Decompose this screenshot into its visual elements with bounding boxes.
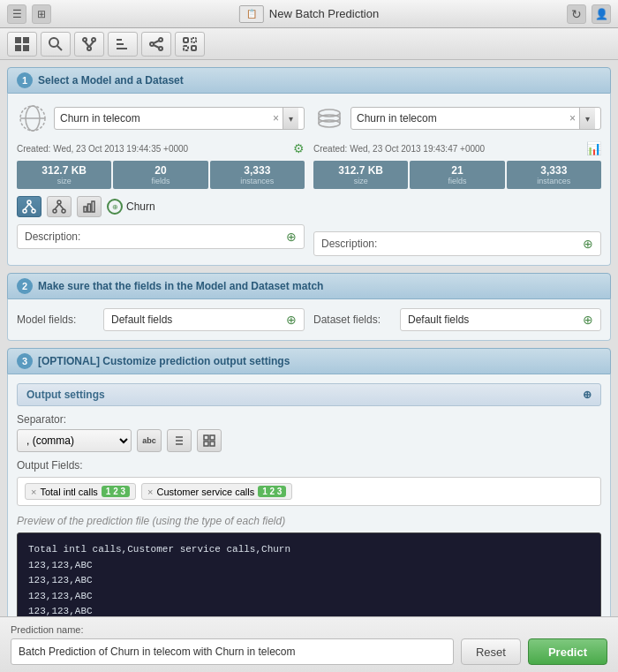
model-fields-value: 20 (115, 164, 206, 177)
model-type-tree-btn[interactable] (17, 196, 41, 217)
dataset-fields-row: Dataset fields: Default fields ⊕ (313, 308, 601, 331)
churn-badge: ⊕ Churn (107, 199, 155, 215)
prediction-name-input[interactable] (11, 638, 454, 665)
model-name: Churn in telecom (60, 112, 140, 125)
model-status-icon: ⚙ (293, 141, 305, 155)
model-size-stat: 312.7 KB size (17, 161, 111, 189)
refresh-icon[interactable]: ↻ (567, 4, 586, 24)
dataset-clear-btn[interactable]: × (569, 112, 576, 125)
field-tag-customer-service: × Customer service calls 1 2 3 (141, 483, 292, 500)
model-instances-value: 3,333 (212, 164, 303, 177)
field-tag-total-intl-remove[interactable]: × (31, 487, 36, 497)
format-abc-btn[interactable]: abc (137, 429, 162, 452)
nav-icon[interactable]: ⊞ (32, 4, 51, 24)
svg-rect-49 (204, 442, 208, 446)
svg-rect-21 (184, 46, 188, 50)
separator-select[interactable]: , (comma) (17, 429, 132, 452)
field-tag-total-intl-badge: 1 2 3 (102, 486, 130, 497)
toolbar-search-btn[interactable] (41, 32, 71, 57)
section1-cols: Churn in telecom × ▾ Created: Wed, 23 Oc… (17, 102, 601, 256)
reset-button[interactable]: Reset (461, 638, 521, 665)
svg-point-43 (319, 115, 340, 122)
output-settings-label: Output settings (26, 389, 105, 401)
title-bar-center: 📋 New Batch Prediction (239, 5, 379, 23)
predict-button[interactable]: Predict (528, 638, 607, 665)
svg-point-32 (53, 209, 57, 213)
model-instances-stat: 3,333 instances (210, 161, 305, 189)
section3-header: 3 [OPTIONAL] Customize prediction output… (7, 348, 611, 374)
field-tag-customer-service-remove[interactable]: × (147, 487, 153, 497)
model-type-chart-btn[interactable] (77, 196, 102, 217)
toolbar (0, 28, 618, 60)
dataset-desc-expand[interactable]: ⊕ (583, 237, 593, 251)
dataset-selector-area: Churn in telecom × ▾ (313, 102, 601, 134)
dataset-col: Churn in telecom × ▾ Created: Wed, 23 Oc… (313, 102, 601, 256)
model-input[interactable]: Churn in telecom × ▾ (54, 107, 305, 130)
dataset-input[interactable]: Churn in telecom × ▾ (350, 107, 601, 130)
svg-rect-19 (184, 38, 188, 42)
title-bar: ☰ ⊞ 📋 New Batch Prediction ↻ 👤 (0, 0, 618, 28)
model-description: Description: ⊕ (17, 224, 305, 249)
svg-line-9 (85, 42, 89, 47)
dataset-fields-expand[interactable]: ⊕ (583, 313, 593, 327)
separator-row: Separator: , (comma) abc (17, 413, 601, 452)
dataset-fields-value: Default fields (408, 313, 469, 326)
model-fields-stat: 20 fields (113, 161, 207, 189)
model-icon (17, 102, 49, 134)
format-grid-btn[interactable] (197, 429, 222, 452)
dataset-icon (313, 102, 345, 134)
svg-point-4 (49, 38, 58, 47)
model-types-row: ⊕ Churn (17, 196, 305, 217)
section1-header: 1 Select a Model and a Dataset (7, 67, 611, 94)
section2-header: 2 Make sure that the fields in the Model… (7, 273, 611, 299)
churn-circle-icon: ⊕ (107, 199, 123, 215)
model-fields-expand[interactable]: ⊕ (286, 313, 297, 327)
field-tag-customer-service-name: Customer service calls (157, 487, 255, 497)
toolbar-share-btn[interactable] (141, 32, 171, 57)
model-type-list-btn[interactable] (47, 196, 72, 217)
format-list-btn[interactable] (167, 429, 192, 452)
model-clear-btn[interactable]: × (273, 112, 279, 125)
output-fields-label: Output Fields: (17, 459, 601, 472)
output-settings-toggle[interactable]: Output settings ⊕ (17, 383, 601, 406)
section3-body: Output settings ⊕ Separator: , (comma) a… (7, 374, 611, 655)
svg-rect-50 (210, 442, 215, 446)
toolbar-grid-btn[interactable] (7, 32, 37, 57)
output-fields-box: × Total intl calls 1 2 3 × Customer serv… (17, 477, 601, 506)
model-stats: 312.7 KB size 20 fields 3,333 instances (17, 161, 305, 189)
model-desc-label: Description: (25, 230, 80, 243)
field-tag-total-intl: × Total intl calls 1 2 3 (25, 483, 136, 500)
dataset-size-stat: 312.7 KB size (313, 161, 408, 189)
section3-num: 3 (17, 353, 33, 369)
footer: Prediction name: Reset Predict (0, 616, 618, 672)
svg-rect-22 (192, 46, 196, 50)
model-fields-label: fields (115, 177, 206, 185)
model-fields-row: Model fields: Default fields ⊕ (17, 308, 305, 331)
separator-label: Separator: (17, 413, 601, 426)
model-dropdown-btn[interactable]: ▾ (283, 108, 298, 129)
toolbar-branch-btn[interactable] (74, 32, 104, 57)
dataset-dropdown-btn[interactable]: ▾ (579, 108, 595, 129)
model-size-label: size (19, 177, 109, 185)
svg-point-6 (83, 38, 87, 42)
toolbar-settings-btn[interactable] (175, 32, 205, 57)
model-desc-expand[interactable]: ⊕ (286, 230, 297, 244)
title-bar-left: ☰ ⊞ (7, 4, 51, 24)
dataset-fields-value-box[interactable]: Default fields ⊕ (400, 308, 601, 331)
menu-icon[interactable]: ☰ (7, 4, 26, 24)
separator-controls: , (comma) abc (17, 429, 601, 452)
field-tag-total-intl-name: Total intl calls (40, 487, 97, 497)
dataset-name: Churn in telecom (357, 112, 437, 125)
dataset-size-label: size (315, 177, 406, 185)
dataset-description: Description: ⊕ (313, 231, 601, 256)
model-fields-value-box[interactable]: Default fields ⊕ (103, 308, 305, 331)
svg-line-29 (25, 204, 29, 209)
doc-icon: 📋 (239, 5, 264, 23)
model-col: Churn in telecom × ▾ Created: Wed, 23 Oc… (17, 102, 305, 256)
toolbar-edit-btn[interactable] (108, 32, 138, 57)
dataset-fields-label: fields (411, 177, 502, 185)
user-icon[interactable]: 👤 (592, 4, 611, 24)
svg-rect-3 (23, 45, 29, 51)
model-created: Created: Wed, 23 Oct 2013 19:44:35 +0000 (17, 144, 188, 154)
dataset-status-icon: 📊 (586, 141, 601, 155)
